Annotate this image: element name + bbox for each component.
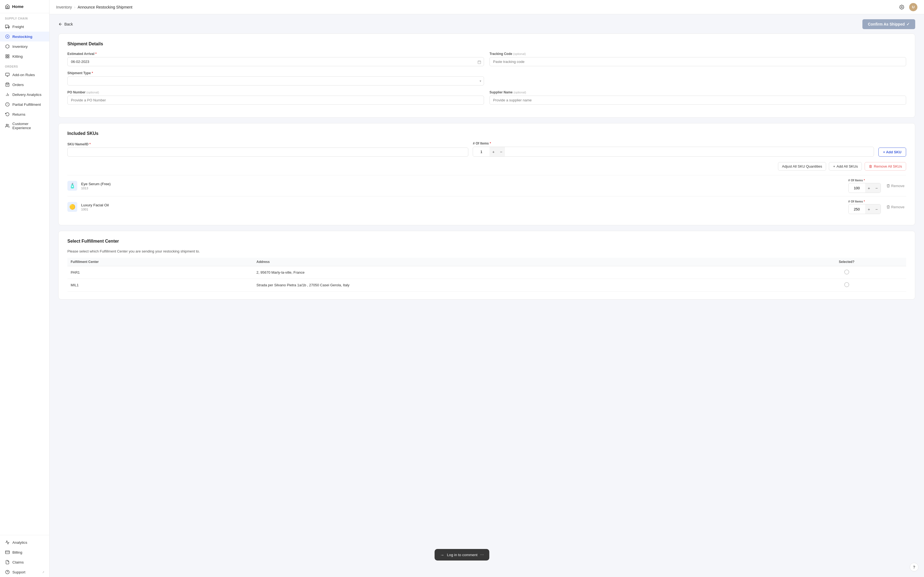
freight-label: Freight (12, 25, 24, 29)
support-label: Support (12, 570, 25, 574)
sku-info-1: Luxury Facial Oil 1001 (81, 203, 845, 211)
add-sku-button[interactable]: + Add SKU (878, 148, 906, 156)
radio-circle-0[interactable] (844, 269, 849, 274)
po-number-group: PO Number (optional) (67, 90, 484, 105)
remove-all-label: Remove All SKUs (874, 164, 902, 168)
sidebar-home[interactable]: Home (0, 0, 49, 13)
analytics-label: Analytics (12, 540, 27, 545)
fc-address-1: Strada per Silvano Pietra 1a/1b , 27050 … (253, 279, 787, 292)
sku-qty-control-1: + − (848, 204, 881, 214)
svg-rect-22 (5, 551, 10, 554)
svg-rect-10 (6, 56, 7, 58)
analytics-icon (5, 540, 10, 545)
settings-button[interactable] (898, 3, 906, 11)
shipment-row-1: Estimated Arrival * Tracking Code (optio… (67, 52, 906, 66)
sidebar-item-returns[interactable]: Returns (0, 110, 49, 119)
delivery-analytics-icon (5, 92, 10, 97)
required-star-2: * (92, 71, 93, 75)
sidebar-item-inventory[interactable]: Inventory (0, 42, 49, 52)
sku-items-label: # Of Items * (473, 142, 874, 145)
supplier-optional: (optional) (514, 91, 526, 94)
estimated-arrival-input[interactable] (67, 57, 484, 66)
confirm-as-shipped-button[interactable]: Confirm As Shipped ✓ (863, 19, 915, 29)
fulfillment-center-desc: Please select which Fulfillment Center y… (67, 249, 906, 253)
shipment-type-select[interactable] (67, 76, 484, 85)
sidebar-item-freight[interactable]: Freight (0, 22, 49, 32)
fc-name-1: MIL1 (67, 279, 253, 292)
user-avatar[interactable]: U (909, 3, 918, 11)
svg-point-2 (6, 27, 6, 28)
breadcrumb-inventory[interactable]: Inventory (56, 5, 72, 9)
breadcrumb-separator: › (74, 5, 76, 9)
qty-decrease-button[interactable]: − (497, 147, 505, 156)
sidebar-item-customer-experience[interactable]: Customer Experience (0, 119, 49, 132)
sku-name-input[interactable] (67, 148, 468, 156)
sidebar-item-orders[interactable]: Orders (0, 80, 49, 90)
svg-marker-1 (8, 26, 10, 27)
login-overlay: → Log in to comment ··· (435, 549, 489, 561)
estimated-arrival-label: Estimated Arrival * (67, 52, 484, 56)
topbar-right: U (898, 3, 918, 11)
sidebar-item-claims[interactable]: Claims (0, 557, 49, 567)
orders-icon (5, 82, 10, 87)
support-icon (5, 570, 10, 575)
home-icon (5, 4, 10, 9)
add-icon: + (833, 164, 835, 168)
fc-radio-0[interactable] (787, 266, 906, 279)
supplier-name-input[interactable] (489, 96, 906, 105)
sidebar-item-restocking[interactable]: Restocking (0, 32, 49, 42)
supply-chain-section: SUPPLY CHAIN (0, 13, 49, 22)
sidebar-item-partial-fulfillment[interactable]: Partial Fulfillment (0, 100, 49, 110)
confirm-check-icon: ✓ (906, 22, 910, 26)
svg-rect-8 (8, 55, 9, 56)
sku-name-0: Eye Serum (Free) (81, 182, 845, 186)
sku-remove-button-0[interactable]: Remove (885, 182, 906, 190)
sku-qty-input-0[interactable] (849, 184, 865, 192)
po-number-input[interactable] (67, 96, 484, 105)
login-overlay-menu[interactable]: ··· (480, 552, 484, 557)
supplier-name-label: Supplier Name (optional) (489, 90, 906, 94)
back-label: Back (65, 22, 73, 26)
svg-point-26 (901, 6, 903, 8)
sku-thumbnail-1: 🟡 (67, 202, 77, 212)
sidebar-item-addon-rules[interactable]: Add-on Rules (0, 70, 49, 80)
restocking-label: Restocking (12, 35, 32, 39)
qty-increase-button[interactable]: + (489, 147, 497, 156)
sku-thumbnail-0: 🧴 (67, 181, 77, 191)
sku-name-label: SKU Name/ID * (67, 142, 468, 146)
topbar: Inventory › Announce Restocking Shipment… (50, 0, 924, 14)
home-label: Home (12, 4, 24, 9)
sku-items-control-1: # Of Items * + − (848, 200, 881, 214)
fc-table-row[interactable]: PAR1 2, 95670 Marly-la-ville, France (67, 266, 906, 279)
tracking-code-input[interactable] (489, 57, 906, 66)
sku-qty-input-1[interactable] (849, 205, 865, 213)
sku-qty-input[interactable] (473, 148, 489, 156)
svg-point-21 (6, 124, 7, 126)
svg-rect-7 (6, 55, 7, 56)
returns-label: Returns (12, 112, 25, 116)
radio-circle-1[interactable] (844, 282, 849, 287)
fc-radio-1[interactable] (787, 279, 906, 292)
login-label[interactable]: Log in to comment (447, 553, 477, 557)
sku-qty-increase-0[interactable]: + (865, 183, 873, 193)
sku-name-group: SKU Name/ID * (67, 142, 468, 156)
back-button[interactable]: Back (58, 22, 73, 26)
sku-qty-increase-1[interactable]: + (865, 205, 873, 214)
sku-remove-button-1[interactable]: Remove (885, 203, 906, 211)
sidebar-item-analytics[interactable]: Analytics (0, 537, 49, 547)
po-optional: (optional) (86, 91, 99, 94)
sku-qty-control-0: + − (848, 183, 881, 193)
add-all-skus-button[interactable]: + Add All SKUs (829, 162, 862, 171)
sidebar-item-billing[interactable]: Billing (0, 547, 49, 557)
sku-qty-decrease-1[interactable]: − (873, 205, 880, 214)
fc-table-row[interactable]: MIL1 Strada per Silvano Pietra 1a/1b , 2… (67, 279, 906, 292)
sidebar-item-delivery-analytics[interactable]: Delivery Analytics (0, 90, 49, 100)
shipment-type-label: Shipment Type * (67, 71, 484, 75)
help-button[interactable]: ? (910, 563, 919, 572)
sidebar: Home SUPPLY CHAIN Freight Restocking Inv… (0, 0, 50, 577)
sidebar-item-support[interactable]: Support ↗ (0, 567, 49, 577)
sidebar-item-kitting[interactable]: Kitting (0, 52, 49, 61)
adjust-all-skus-button[interactable]: Adjust All SKU Quantities (778, 162, 826, 171)
remove-all-skus-button[interactable]: 🗑 Remove All SKUs (864, 162, 906, 171)
sku-qty-decrease-0[interactable]: − (873, 183, 880, 193)
